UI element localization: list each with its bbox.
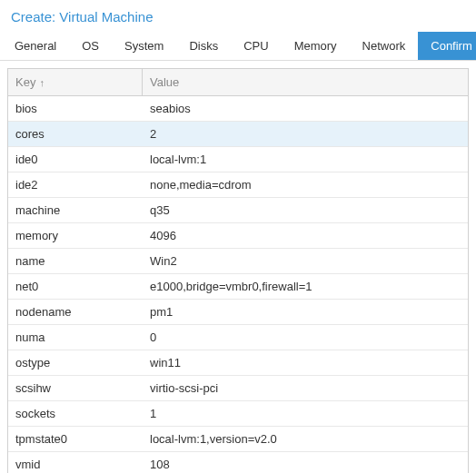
cell-value: local-lvm:1 bbox=[143, 147, 468, 172]
cell-value: 108 bbox=[143, 452, 468, 473]
cell-key: scsihw bbox=[8, 376, 143, 400]
tab-memory[interactable]: Memory bbox=[282, 32, 350, 60]
table-row[interactable]: memory4096 bbox=[8, 223, 468, 249]
table-row[interactable]: ostypewin11 bbox=[8, 350, 468, 376]
cell-value: Win2 bbox=[143, 249, 468, 273]
cell-key: sockets bbox=[8, 401, 143, 426]
cell-key: ide2 bbox=[8, 172, 143, 197]
cell-value: win11 bbox=[143, 350, 468, 375]
cell-value: 0 bbox=[143, 325, 468, 350]
cell-value: virtio-scsi-pci bbox=[143, 376, 468, 400]
cell-key: machine bbox=[8, 198, 143, 222]
tabs-container: General OS System Disks CPU Memory Netwo… bbox=[0, 32, 476, 61]
table-row[interactable]: ide2none,media=cdrom bbox=[8, 172, 468, 198]
summary-grid: Key ↑ Value biosseabioscores2ide0local-l… bbox=[7, 68, 469, 473]
cell-key: name bbox=[8, 249, 143, 273]
column-header-key-label: Key bbox=[15, 75, 35, 89]
cell-key: ide0 bbox=[8, 147, 143, 172]
sort-asc-icon: ↑ bbox=[39, 77, 45, 88]
cell-value: q35 bbox=[143, 198, 468, 222]
grid-header-row: Key ↑ Value bbox=[8, 69, 468, 96]
cell-value: 1 bbox=[143, 401, 468, 426]
table-row[interactable]: nameWin2 bbox=[8, 249, 468, 274]
table-row[interactable]: machineq35 bbox=[8, 198, 468, 223]
tab-system[interactable]: System bbox=[112, 32, 176, 60]
cell-value: e1000,bridge=vmbr0,firewall=1 bbox=[143, 274, 468, 299]
cell-key: vmid bbox=[8, 452, 143, 473]
tab-disks[interactable]: Disks bbox=[176, 32, 231, 60]
tab-general[interactable]: General bbox=[2, 32, 69, 60]
table-row[interactable]: scsihwvirtio-scsi-pci bbox=[8, 376, 468, 401]
table-row[interactable]: vmid108 bbox=[8, 452, 468, 473]
column-header-key[interactable]: Key ↑ bbox=[8, 69, 143, 95]
table-row[interactable]: sockets1 bbox=[8, 401, 468, 427]
tab-os[interactable]: OS bbox=[69, 32, 112, 60]
tab-confirm[interactable]: Confirm bbox=[418, 32, 476, 60]
cell-key: tpmstate0 bbox=[8, 427, 143, 451]
cell-key: ostype bbox=[8, 350, 143, 375]
cell-value: 2 bbox=[143, 122, 468, 146]
table-row[interactable]: numa0 bbox=[8, 325, 468, 350]
table-row[interactable]: nodenamepm1 bbox=[8, 300, 468, 325]
cell-key: net0 bbox=[8, 274, 143, 299]
cell-value: pm1 bbox=[143, 300, 468, 324]
cell-key: cores bbox=[8, 122, 143, 146]
cell-key: numa bbox=[8, 325, 143, 350]
cell-key: bios bbox=[8, 96, 143, 121]
tab-network[interactable]: Network bbox=[350, 32, 419, 60]
column-header-value[interactable]: Value bbox=[143, 69, 468, 95]
table-row[interactable]: cores2 bbox=[8, 122, 468, 147]
table-row[interactable]: ide0local-lvm:1 bbox=[8, 147, 468, 172]
cell-value: 4096 bbox=[143, 223, 468, 248]
content-area: Key ↑ Value biosseabioscores2ide0local-l… bbox=[0, 61, 476, 473]
cell-value: local-lvm:1,version=v2.0 bbox=[143, 427, 468, 451]
cell-value: seabios bbox=[143, 96, 468, 121]
cell-key: memory bbox=[8, 223, 143, 248]
table-row[interactable]: net0e1000,bridge=vmbr0,firewall=1 bbox=[8, 274, 468, 300]
table-row[interactable]: tpmstate0local-lvm:1,version=v2.0 bbox=[8, 427, 468, 452]
table-row[interactable]: biosseabios bbox=[8, 96, 468, 122]
column-header-value-label: Value bbox=[150, 75, 179, 89]
tab-cpu[interactable]: CPU bbox=[231, 32, 281, 60]
cell-value: none,media=cdrom bbox=[143, 172, 468, 197]
dialog-title: Create: Virtual Machine bbox=[0, 0, 476, 32]
cell-key: nodename bbox=[8, 300, 143, 324]
